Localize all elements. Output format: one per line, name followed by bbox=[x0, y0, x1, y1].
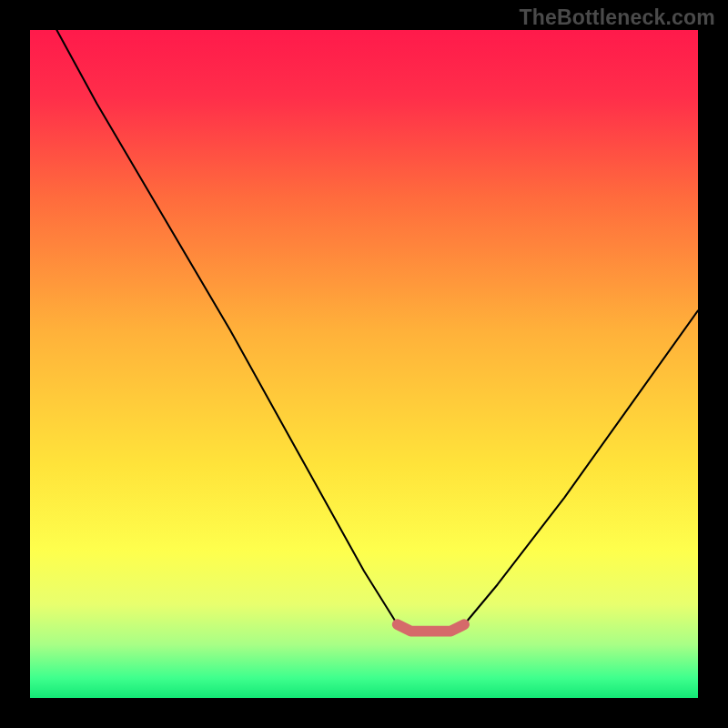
watermark-label: TheBottleneck.com bbox=[519, 5, 715, 30]
plot-area bbox=[30, 30, 698, 698]
bottleneck-curve bbox=[56, 30, 698, 632]
chart-frame: TheBottleneck.com bbox=[0, 0, 728, 728]
optimal-zone-marker bbox=[398, 624, 464, 631]
curve-layer bbox=[30, 30, 698, 698]
